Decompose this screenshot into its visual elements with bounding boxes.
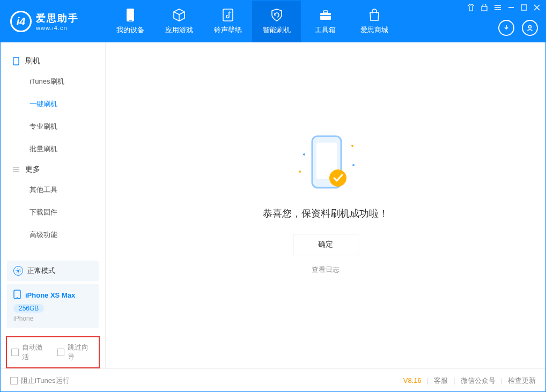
toolbox-icon <box>319 8 333 22</box>
check-update-link[interactable]: 检查更新 <box>508 376 536 386</box>
svg-rect-11 <box>521 5 527 10</box>
nav-label: 应用游戏 <box>165 25 193 35</box>
version-label: V8.16 <box>403 376 422 384</box>
sidebar-group-more: 更多 <box>1 160 105 179</box>
device-type: iPhone <box>13 315 92 322</box>
svg-point-25 <box>329 169 346 187</box>
download-icon[interactable] <box>498 20 514 36</box>
wechat-link[interactable]: 微信公众号 <box>461 376 496 386</box>
svg-rect-15 <box>13 57 19 65</box>
body: 刷机 iTunes刷机 一键刷机 专业刷机 批量刷机 更多 其他工具 下载固件 … <box>1 42 545 368</box>
svg-rect-4 <box>323 11 328 13</box>
device-mode-card[interactable]: 正常模式 <box>7 261 99 281</box>
sidebar-item-advanced[interactable]: 高级功能 <box>1 224 105 246</box>
skip-guide-label: 跳过向导 <box>68 343 94 362</box>
success-message: 恭喜您，保资料刷机成功啦！ <box>263 207 388 220</box>
block-itunes-checkbox[interactable]: 阻止iTunes运行 <box>10 376 70 386</box>
logo-text: 爱思助手 www.i4.cn <box>36 12 79 31</box>
svg-point-26 <box>299 171 301 173</box>
svg-rect-5 <box>320 15 331 16</box>
device-phone-icon <box>13 290 21 301</box>
lock-icon[interactable] <box>481 4 488 11</box>
auto-activate-checkbox[interactable]: 自动激活 <box>11 343 49 362</box>
mode-icon <box>13 266 23 276</box>
nav-store[interactable]: 爱思商城 <box>350 1 399 42</box>
sidebar: 刷机 iTunes刷机 一键刷机 专业刷机 批量刷机 更多 其他工具 下载固件 … <box>1 42 106 368</box>
music-note-icon <box>221 8 235 22</box>
user-icon[interactable] <box>522 20 538 36</box>
skip-guide-checkbox[interactable]: 跳过向导 <box>57 343 95 362</box>
ok-button[interactable]: 确定 <box>293 234 358 255</box>
group-label: 更多 <box>25 165 40 174</box>
nav-label: 我的设备 <box>116 25 144 35</box>
device-capacity: 256GB <box>13 304 44 313</box>
window-controls <box>467 4 540 11</box>
svg-rect-6 <box>482 6 487 11</box>
svg-point-22 <box>17 297 18 298</box>
header-actions <box>498 20 538 36</box>
logo-icon: i4 <box>10 11 32 32</box>
nav-apps-games[interactable]: 应用游戏 <box>154 1 203 42</box>
svg-rect-0 <box>127 9 134 21</box>
device-info-card[interactable]: iPhone XS Max 256GB iPhone <box>7 284 99 328</box>
sidebar-item-download-fw[interactable]: 下载固件 <box>1 201 105 224</box>
nav-label: 爱思商城 <box>360 25 388 35</box>
svg-rect-1 <box>129 20 132 21</box>
success-illustration <box>293 136 358 195</box>
support-link[interactable]: 客服 <box>434 376 448 386</box>
svg-point-19 <box>17 270 19 272</box>
nav-ringtone-wallpaper[interactable]: 铃声壁纸 <box>203 1 252 42</box>
maximize-button[interactable] <box>521 4 527 11</box>
svg-point-14 <box>529 26 532 28</box>
view-log-link[interactable]: 查看日志 <box>312 265 340 275</box>
sidebar-item-other-tools[interactable]: 其他工具 <box>1 179 105 201</box>
svg-point-27 <box>352 164 355 166</box>
sidebar-item-pro-flash[interactable]: 专业刷机 <box>1 115 105 138</box>
nav-label: 工具箱 <box>315 25 336 35</box>
app-name: 爱思助手 <box>36 12 79 25</box>
nav-smart-flash[interactable]: 智能刷机 <box>252 1 301 42</box>
phone-icon <box>123 8 137 22</box>
sidebar-item-onekey-flash[interactable]: 一键刷机 <box>1 93 105 115</box>
logo[interactable]: i4 爱思助手 www.i4.cn <box>1 11 106 32</box>
footer: 阻止iTunes运行 V8.16 | 客服 | 微信公众号 | 检查更新 <box>1 368 545 392</box>
nav-label: 铃声壁纸 <box>214 25 242 35</box>
shirt-icon[interactable] <box>467 4 475 11</box>
menu-icon[interactable] <box>494 4 501 11</box>
svg-rect-3 <box>320 13 331 20</box>
phone-small-icon <box>12 57 20 65</box>
main-content: 恭喜您，保资料刷机成功啦！ 确定 查看日志 <box>106 42 545 368</box>
list-icon <box>12 166 20 173</box>
svg-rect-2 <box>223 9 233 21</box>
options-highlight-box: 自动激活 跳过向导 <box>6 336 100 368</box>
nav-my-device[interactable]: 我的设备 <box>106 1 154 42</box>
top-nav: 我的设备 应用游戏 铃声壁纸 智能刷机 工具箱 爱思商城 <box>106 1 399 42</box>
sidebar-group-flash: 刷机 <box>1 52 105 70</box>
auto-activate-label: 自动激活 <box>22 343 49 362</box>
bag-icon <box>367 8 381 22</box>
nav-label: 智能刷机 <box>263 25 291 35</box>
group-label: 刷机 <box>25 56 40 66</box>
close-button[interactable] <box>534 4 540 11</box>
minimize-button[interactable] <box>508 4 514 11</box>
nav-toolbox[interactable]: 工具箱 <box>301 1 350 42</box>
app-url: www.i4.cn <box>36 25 79 31</box>
device-name: iPhone XS Max <box>25 291 75 299</box>
refresh-shield-icon <box>270 8 284 22</box>
device-mode: 正常模式 <box>27 266 55 276</box>
header: i4 爱思助手 www.i4.cn 我的设备 应用游戏 铃声壁纸 智能刷机 工具… <box>1 1 545 42</box>
block-itunes-label: 阻止iTunes运行 <box>21 376 70 386</box>
cube-icon <box>172 8 186 22</box>
sidebar-item-itunes-flash[interactable]: iTunes刷机 <box>1 70 105 93</box>
sidebar-item-batch-flash[interactable]: 批量刷机 <box>1 138 105 160</box>
